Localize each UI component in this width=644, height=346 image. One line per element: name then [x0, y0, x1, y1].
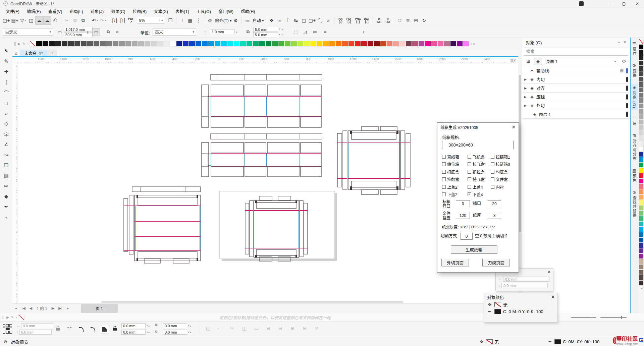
width-field[interactable]: 0.0 mm	[503, 277, 549, 282]
right-palette-swatch-25[interactable]	[639, 173, 644, 178]
palette-swatch-9[interactable]	[87, 41, 93, 47]
checkbox-拉飞盒[interactable]: 拉飞盒	[468, 161, 491, 167]
new-from-template-icon[interactable]: ▤+	[10, 16, 19, 25]
slider-track-1[interactable]	[571, 317, 596, 318]
page-tab[interactable]: 页 1	[81, 304, 118, 313]
checkbox-下盖4[interactable]: ✓下盖4	[468, 191, 491, 197]
layer-options-gear-icon[interactable]: ⚙	[620, 58, 628, 65]
palette-swatch-50[interactable]	[348, 41, 355, 47]
right-palette-swatch-12[interactable]	[639, 103, 644, 109]
duplicate-x-field[interactable]: 5.0 mm	[253, 27, 278, 32]
corner-radius-4-field[interactable]: 0.0 mm	[163, 330, 187, 335]
connector-tool[interactable]: ↝	[2, 150, 11, 160]
palette-eyedropper-icon[interactable]: ✎	[22, 42, 25, 46]
right-palette-swatch-28[interactable]	[639, 189, 644, 194]
outline-pen-tool[interactable]: ✒	[2, 202, 11, 212]
checkbox-勾底盒[interactable]: 勾底盒	[491, 169, 515, 175]
docker-tab-corners[interactable]: ⌜角	[631, 115, 638, 127]
page-copy-icon[interactable]: ▢+	[308, 16, 316, 25]
palette-swatch-19[interactable]	[151, 41, 157, 47]
add-tool[interactable]: +	[2, 213, 11, 222]
palette-swatch-30[interactable]	[221, 41, 227, 47]
minimize-button[interactable]: —	[604, 0, 617, 7]
corner-radius-2-field[interactable]: 0.0 mm	[121, 330, 146, 335]
die-page-button[interactable]: 刀模页面	[482, 259, 510, 266]
palette-swatch-51[interactable]	[355, 41, 361, 47]
right-palette-swatch-26[interactable]	[639, 178, 644, 184]
layer-visibility-bar[interactable]	[626, 85, 628, 91]
refresh-icon[interactable]: ↻	[420, 16, 428, 25]
palette-swatch-67[interactable]	[457, 41, 463, 47]
corner-radius-3-field[interactable]: 0.0 mm	[163, 323, 187, 328]
menu-file[interactable]: 文件(F)	[2, 8, 23, 14]
right-palette-swatch-23[interactable]	[639, 162, 644, 168]
palette-swatch-22[interactable]	[170, 41, 176, 47]
shaping-icon-3[interactable]: ◫	[242, 326, 247, 331]
palette-swatch-46[interactable]	[323, 41, 329, 47]
add-page-button-2[interactable]: +	[64, 306, 71, 310]
all-pages-button[interactable]: ⧉	[105, 28, 112, 36]
launcher-icon[interactable]: ≔	[244, 16, 252, 25]
cut-icon[interactable]: ✂	[63, 16, 71, 25]
crop-tool[interactable]: ✚	[2, 67, 11, 76]
rectangle-tool[interactable]: □	[2, 98, 11, 108]
plugin-height-icon[interactable]: ⍑	[284, 16, 292, 25]
anchor-grid-icon[interactable]	[3, 324, 13, 334]
expand-icon[interactable]: ▶	[524, 95, 529, 99]
right-palette-swatch-45[interactable]	[639, 280, 644, 286]
window-layout-icon[interactable]: ⊞	[412, 16, 420, 25]
docker-collapse-icon[interactable]: »	[618, 40, 620, 45]
palette-swatch-28[interactable]	[208, 41, 214, 47]
right-palette-swatch-10[interactable]	[639, 93, 644, 98]
doc-info-icon[interactable]: ≣	[404, 16, 412, 25]
menu-bitmaps[interactable]: 位图(B)	[129, 8, 151, 14]
taskbar-app-icon[interactable]	[579, 1, 584, 6]
search-box[interactable]	[524, 48, 628, 56]
nudge-stepper[interactable]: ▴	[236, 31, 238, 33]
checkbox-缩位箱[interactable]: 缩位箱	[442, 161, 468, 167]
expand-icon[interactable]: ▶	[524, 104, 529, 107]
scalloped-corner-button[interactable]	[88, 325, 97, 334]
menu-text[interactable]: 文本(X)	[150, 8, 172, 14]
palette-swatch-44[interactable]	[310, 41, 316, 47]
checkbox-拉链箱3[interactable]: 拉链箱3	[491, 161, 515, 167]
more-tools-icon[interactable]: »	[324, 16, 332, 25]
right-palette-swatch-16[interactable]	[639, 125, 644, 130]
right-palette-swatch-24[interactable]	[639, 168, 644, 173]
polygon-tool[interactable]: ◇	[2, 119, 11, 128]
palette-swatch-63[interactable]	[431, 41, 437, 47]
pos-x-field[interactable]: 0.0 mm	[21, 323, 53, 328]
palette-swatch-11[interactable]	[100, 41, 106, 47]
palette-swatch-26[interactable]	[195, 41, 202, 47]
right-palette-swatch-0[interactable]	[639, 39, 644, 44]
right-palette-swatch-29[interactable]	[639, 194, 644, 200]
palette-swatch-3[interactable]	[49, 41, 55, 47]
right-palette-swatch-33[interactable]	[639, 216, 644, 221]
palette-swatch-38[interactable]	[272, 41, 278, 47]
dieline-top[interactable]	[202, 74, 322, 127]
ratio-lock-icon[interactable]	[56, 326, 60, 331]
add-control-button[interactable]: +	[360, 28, 367, 36]
paste-icon[interactable]: ⧉	[79, 16, 87, 25]
export-png-icon[interactable]: PNG[↓]	[354, 16, 362, 25]
show-grid-icon[interactable]: ▦	[186, 16, 194, 25]
palette-swatch-1[interactable]	[36, 41, 42, 47]
menu-help[interactable]: 帮助(H)	[237, 8, 259, 14]
shape-tool[interactable]: ✎	[2, 57, 11, 66]
palette-left-arrow[interactable]: ‹	[27, 42, 28, 46]
cut-mode-field[interactable]: 0	[461, 233, 473, 240]
pick-tool[interactable]: ↖	[2, 46, 11, 56]
palette-swatch-23[interactable]	[176, 41, 182, 47]
shaping-icon-4[interactable]: ▭	[254, 326, 259, 331]
corner-link-icon-2[interactable]: ⧉	[155, 330, 157, 334]
right-palette-swatch-13[interactable]	[639, 109, 644, 114]
no-print-icon[interactable]: ▤	[620, 68, 624, 73]
text-tool[interactable]: 字	[2, 129, 11, 139]
palette-swatch-59[interactable]	[406, 41, 412, 47]
docpal-expand-icon[interactable]: ▶	[6, 315, 9, 319]
menu-tools[interactable]: 工具(O)	[193, 8, 215, 14]
copy-icon[interactable]: ⧉	[71, 16, 79, 25]
palette-swatch-54[interactable]	[374, 41, 380, 47]
palette-swatch-42[interactable]	[297, 41, 304, 47]
status-fill-swatch[interactable]	[486, 339, 493, 344]
